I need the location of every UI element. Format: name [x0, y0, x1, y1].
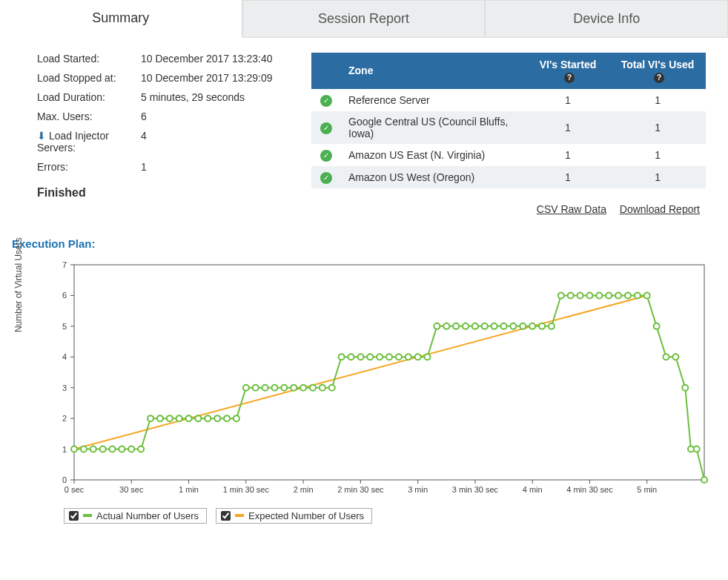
svg-point-59 [253, 384, 259, 390]
table-row: ✓Amazon US East (N. Virginia)11 [311, 144, 706, 166]
execution-plan-title: Execution Plan: [12, 237, 706, 250]
svg-point-42 [90, 446, 96, 452]
tab-summary[interactable]: Summary [0, 0, 242, 38]
max-users-value: 6 [141, 111, 282, 122]
svg-point-56 [224, 415, 230, 421]
download-report-link[interactable]: Download Report [620, 203, 700, 215]
help-icon[interactable]: ? [564, 73, 575, 83]
svg-point-99 [635, 292, 641, 298]
svg-point-47 [138, 446, 144, 452]
injector-value: 4 [141, 130, 282, 154]
csv-raw-data-link[interactable]: CSV Raw Data [537, 203, 606, 215]
svg-point-104 [682, 384, 688, 390]
svg-point-41 [81, 446, 87, 452]
svg-point-88 [529, 323, 535, 329]
svg-point-97 [615, 292, 621, 298]
zone-name: Reference Server [341, 89, 526, 111]
svg-text:2: 2 [62, 414, 67, 423]
table-row: ✓Reference Server11 [311, 89, 706, 111]
svg-text:3: 3 [62, 383, 67, 392]
svg-point-68 [339, 354, 345, 360]
svg-point-100 [644, 292, 650, 298]
svg-text:3 min: 3 min [408, 485, 428, 494]
svg-point-74 [396, 354, 402, 360]
svg-text:4 min: 4 min [523, 485, 543, 494]
zone-name: Amazon US East (N. Virginia) [341, 144, 526, 166]
svg-point-96 [606, 292, 612, 298]
svg-point-95 [596, 292, 602, 298]
injector-label-text: Load Injector Servers: [37, 130, 109, 154]
svg-point-80 [453, 323, 459, 329]
svg-text:7: 7 [62, 260, 67, 269]
svg-point-101 [654, 323, 660, 329]
load-started-label: Load Started: [37, 53, 141, 65]
zone-started: 1 [526, 89, 609, 111]
tab-device-info[interactable]: Device Info [485, 0, 728, 37]
svg-text:0 sec: 0 sec [64, 485, 85, 494]
svg-point-92 [568, 292, 574, 298]
max-users-label: Max. Users: [37, 111, 141, 122]
svg-point-53 [195, 415, 201, 421]
svg-text:2 min: 2 min [294, 485, 314, 494]
svg-point-60 [262, 384, 268, 390]
svg-text:2 min 30 sec: 2 min 30 sec [337, 485, 384, 494]
legend-actual-checkbox[interactable] [69, 511, 79, 521]
svg-text:30 sec: 30 sec [119, 485, 144, 494]
svg-point-81 [463, 323, 469, 329]
download-icon: ⬇ [37, 130, 46, 142]
svg-point-91 [558, 292, 564, 298]
svg-point-78 [434, 323, 440, 329]
svg-point-75 [406, 354, 411, 360]
legend-actual[interactable]: Actual Number of Users [64, 508, 207, 524]
svg-point-102 [663, 354, 669, 360]
help-icon[interactable]: ? [654, 73, 664, 83]
zone-name: Google Central US (Council Bluffs, Iowa) [341, 111, 526, 144]
svg-point-79 [443, 323, 449, 329]
swatch-orange-icon [235, 514, 244, 517]
svg-text:4: 4 [62, 352, 67, 361]
summary-stats: Load Started: 10 December 2017 13:23:40 … [37, 53, 282, 200]
table-row: ✓Google Central US (Council Bluffs, Iowa… [311, 111, 706, 144]
svg-point-40 [71, 446, 77, 452]
load-stopped-value: 10 December 2017 13:29:09 [141, 72, 282, 84]
svg-point-50 [167, 415, 173, 421]
svg-point-58 [243, 384, 249, 390]
legend-actual-label: Actual Number of Users [96, 510, 199, 521]
svg-point-49 [157, 415, 163, 421]
svg-point-103 [672, 354, 678, 360]
zone-started: 1 [526, 111, 609, 144]
svg-point-93 [578, 292, 583, 298]
svg-point-52 [186, 415, 192, 421]
svg-point-54 [205, 415, 211, 421]
svg-point-43 [100, 446, 106, 452]
svg-point-66 [320, 384, 325, 390]
svg-line-39 [74, 295, 647, 449]
check-icon: ✓ [320, 150, 332, 162]
load-stopped-label: Load Stopped at: [37, 72, 141, 84]
check-icon: ✓ [320, 95, 332, 107]
svg-point-98 [625, 292, 631, 298]
svg-point-48 [148, 415, 153, 421]
svg-text:4 min 30 sec: 4 min 30 sec [566, 485, 613, 494]
check-icon: ✓ [320, 122, 332, 134]
svg-text:1 min: 1 min [179, 485, 199, 494]
svg-point-87 [520, 323, 526, 329]
svg-point-71 [367, 354, 373, 360]
svg-point-89 [539, 323, 545, 329]
tab-session-report[interactable]: Session Report [242, 0, 486, 37]
total-header: Total VI's Used ? [609, 53, 706, 89]
legend-expected[interactable]: Expected Number of Users [216, 508, 372, 524]
zone-total: 1 [609, 166, 706, 188]
load-started-value: 10 December 2017 13:23:40 [141, 53, 282, 65]
svg-point-106 [694, 446, 700, 452]
zone-started: 1 [526, 166, 609, 188]
svg-point-83 [482, 323, 488, 329]
errors-label: Errors: [37, 161, 141, 173]
svg-text:1: 1 [62, 444, 67, 453]
legend-expected-checkbox[interactable] [221, 511, 231, 521]
svg-point-61 [271, 384, 277, 390]
check-icon: ✓ [320, 172, 332, 184]
svg-point-46 [128, 446, 134, 452]
zone-total: 1 [609, 111, 706, 144]
load-duration-label: Load Duration: [37, 91, 141, 103]
